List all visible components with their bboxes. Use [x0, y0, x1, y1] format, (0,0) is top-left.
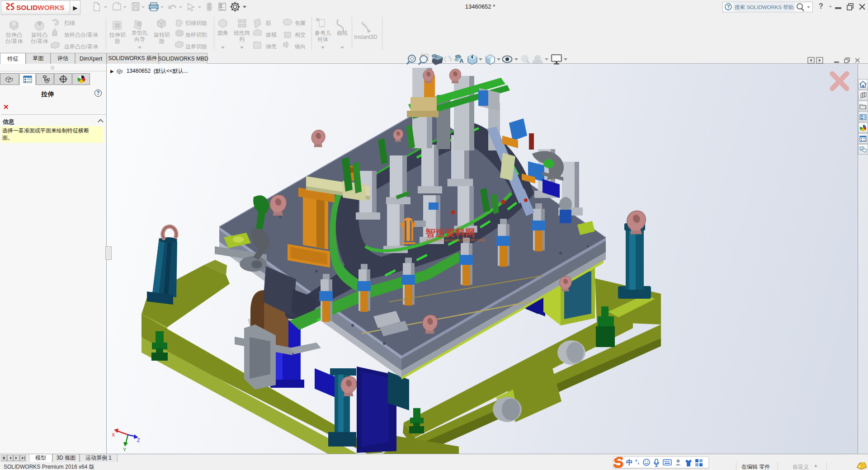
svg-text:SOLID: SOLID — [16, 4, 38, 11]
svg-text:ZHI ZAO ZI LIAO WANG FACTORY D: ZHI ZAO ZI LIAO WANG FACTORY DATA — [426, 239, 486, 242]
svg-text:X: X — [112, 432, 115, 437]
svg-text:搜索 SOLIDWORKS 帮助: 搜索 SOLIDWORKS 帮助 — [735, 5, 793, 10]
svg-text:边界凸台/基体: 边界凸台/基体 — [64, 43, 98, 50]
svg-text:中: 中 — [626, 458, 633, 466]
svg-text:旋转凸: 旋转凸 — [31, 32, 47, 38]
svg-text:参考几: 参考几 — [315, 30, 331, 36]
svg-text:放样凸台/基体: 放样凸台/基体 — [64, 32, 98, 38]
svg-text:?: ? — [727, 4, 730, 9]
svg-text:°,: °, — [635, 458, 639, 465]
svg-text:A: A — [459, 57, 464, 64]
svg-text:异型孔: 异型孔 — [132, 30, 148, 36]
svg-text:拉伸凸: 拉伸凸 — [5, 32, 22, 38]
svg-text:除: 除 — [115, 38, 120, 44]
svg-text:边界切除: 边界切除 — [185, 43, 207, 50]
svg-text:曲线: 曲线 — [337, 30, 348, 36]
svg-text:WORKS: WORKS — [38, 4, 64, 11]
svg-text:旋转切: 旋转切 — [154, 32, 170, 38]
svg-text:相交: 相交 — [295, 32, 306, 38]
svg-text:抽壳: 抽壳 — [265, 43, 277, 50]
svg-text:Y: Y — [123, 447, 127, 452]
svg-text:线性阵: 线性阵 — [234, 30, 250, 36]
svg-text:包覆: 包覆 — [295, 20, 306, 26]
svg-text:列: 列 — [239, 36, 245, 42]
svg-text:拉伸切: 拉伸切 — [109, 32, 126, 38]
svg-text:拔模: 拔模 — [266, 32, 277, 38]
svg-text:筋: 筋 — [266, 20, 271, 26]
svg-text:向导: 向导 — [134, 36, 145, 42]
svg-text:镜向: 镜向 — [294, 43, 306, 50]
svg-text:除: 除 — [159, 38, 165, 44]
svg-text:圆角: 圆角 — [217, 30, 228, 36]
svg-text:扫描切除: 扫描切除 — [185, 20, 207, 26]
svg-text:台/基体: 台/基体 — [30, 38, 48, 44]
svg-text:何体: 何体 — [317, 36, 328, 42]
svg-text:扫描: 扫描 — [64, 20, 75, 26]
svg-text:Instant3D: Instant3D — [354, 34, 377, 40]
svg-text:台/基体: 台/基体 — [5, 38, 23, 44]
svg-text:Z: Z — [137, 437, 140, 443]
svg-text:智造资料网: 智造资料网 — [425, 227, 475, 239]
svg-text:放样切割: 放样切割 — [185, 32, 207, 38]
